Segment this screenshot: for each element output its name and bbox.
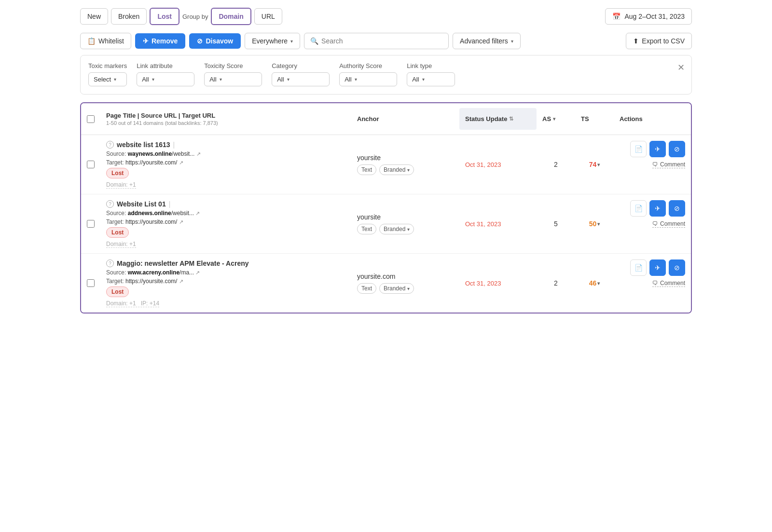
target-url-link-3[interactable]: https://yoursite.com/ <box>125 278 177 285</box>
remove-label: Remove <box>152 37 178 45</box>
source-url-link-3[interactable]: www.acreny.online/ma... <box>128 269 194 276</box>
page-action-button-1[interactable]: 📄 <box>630 141 647 157</box>
ts-cell-2: 50 ▾ <box>575 194 614 253</box>
anchor-cell-2: yoursite Text Branded ▾ <box>351 194 459 253</box>
remove-button[interactable]: ✈ Remove <box>135 33 185 49</box>
target-url-row-2: Target: https://yoursite.com/ ↗ <box>106 218 345 225</box>
external-link-icon-5[interactable]: ↗ <box>195 270 200 275</box>
page-title-1: website list 1613 <box>117 141 170 149</box>
search-box[interactable]: 🔍 <box>304 33 449 49</box>
chevron-down-icon-ts-2: ▾ <box>597 221 600 227</box>
comment-label-1: Comment <box>660 161 685 168</box>
category-label: Category <box>272 62 330 69</box>
action-buttons-row-1: 📄 ✈ ⊘ <box>630 141 685 157</box>
branded-tag-1[interactable]: Branded ▾ <box>379 164 414 175</box>
new-button[interactable]: New <box>80 8 108 25</box>
lost-button[interactable]: Lost <box>150 8 179 25</box>
disavow-action-button-2[interactable]: ⊘ <box>669 200 685 217</box>
header-ts-col: TS <box>575 108 614 130</box>
help-icon-2[interactable]: ? <box>106 200 114 208</box>
select-all-checkbox[interactable] <box>87 115 95 123</box>
close-filter-button[interactable]: ✕ <box>677 62 685 73</box>
external-link-icon-4[interactable]: ↗ <box>179 219 183 225</box>
search-input[interactable] <box>321 37 442 45</box>
broken-button[interactable]: Broken <box>111 8 147 25</box>
row-checkbox-cell-2[interactable] <box>81 194 100 253</box>
filter-panel: Toxic markers Select ▾ Link attribute Al… <box>80 55 692 95</box>
action-buttons-row-3: 📄 ✈ ⊘ <box>630 259 685 276</box>
disavow-button[interactable]: ⊘ Disavow <box>189 33 241 49</box>
row-checkbox-cell-1[interactable] <box>81 135 100 194</box>
help-icon-3[interactable]: ? <box>106 259 114 267</box>
table-row: ? Website List 01 | Source: addnews.onli… <box>81 194 691 254</box>
chevron-down-icon-5: ▾ <box>220 77 222 82</box>
whitelist-button[interactable]: 📋 Whitelist <box>80 33 131 49</box>
disavow-action-button-1[interactable]: ⊘ <box>669 141 685 157</box>
comment-button-1[interactable]: 🗨 Comment <box>652 161 685 168</box>
export-button[interactable]: ⬆ Export to CSV <box>626 33 692 49</box>
anchor-text-1: yoursite <box>357 154 454 162</box>
target-url-row-3: Target: https://yoursite.com/ ↗ <box>106 278 345 285</box>
actions-cell-2: 📄 ✈ ⊘ 🗨 Comment <box>614 194 691 253</box>
link-attribute-select[interactable]: All ▾ <box>137 72 194 86</box>
advanced-filters-button[interactable]: Advanced filters ▾ <box>453 33 521 49</box>
external-link-icon-3[interactable]: ↗ <box>195 210 200 216</box>
calendar-icon: 📅 <box>612 13 620 20</box>
send-action-button-3[interactable]: ✈ <box>649 259 666 276</box>
header-status-col[interactable]: Status Update ⇅ <box>459 108 537 130</box>
status-cell-3: Oct 31, 2023 <box>459 254 537 313</box>
everywhere-dropdown[interactable]: Everywhere ▾ <box>245 33 300 49</box>
page-action-button-3[interactable]: 📄 <box>630 259 647 276</box>
chevron-down-icon-7: ▾ <box>355 77 357 82</box>
source-url-link-2[interactable]: addnews.online/websit... <box>128 210 194 217</box>
whitelist-label: Whitelist <box>98 37 124 45</box>
source-url-link-1[interactable]: waynews.online/websit... <box>128 150 195 157</box>
url-button[interactable]: URL <box>254 8 282 25</box>
date-range-button[interactable]: 📅 Aug 2–Oct 31, 2023 <box>605 8 692 25</box>
row-checkbox-1[interactable] <box>87 161 95 168</box>
chevron-down-icon-4: ▾ <box>152 77 154 82</box>
link-attribute-label: Link attribute <box>137 62 194 69</box>
authority-score-label: Authority Score <box>339 62 397 69</box>
page-title-2: Website List 01 <box>117 200 166 208</box>
domain-button[interactable]: Domain <box>211 8 251 25</box>
row-checkbox-2[interactable] <box>87 220 95 228</box>
link-type-select[interactable]: All ▾ <box>407 72 455 86</box>
disavow-action-button-3[interactable]: ⊘ <box>669 259 685 276</box>
target-url-link-1[interactable]: https://yoursite.com/ <box>125 159 177 166</box>
comment-button-2[interactable]: 🗨 Comment <box>652 220 685 228</box>
branded-tag-3[interactable]: Branded ▾ <box>379 283 414 294</box>
external-link-icon-1[interactable]: ↗ <box>196 151 201 157</box>
authority-score-select[interactable]: All ▾ <box>339 72 397 86</box>
external-link-icon-6[interactable]: ↗ <box>179 278 183 284</box>
header-checkbox-cell[interactable] <box>81 108 100 130</box>
send-action-button-1[interactable]: ✈ <box>649 141 666 157</box>
header-anchor-col: Anchor <box>351 108 459 130</box>
toxicity-score-select[interactable]: All ▾ <box>204 72 262 86</box>
row-checkbox-3[interactable] <box>87 279 95 287</box>
sort-icon: ⇅ <box>509 116 513 122</box>
comment-label-2: Comment <box>660 220 685 227</box>
as-cell-2: 5 <box>537 194 575 253</box>
toxicity-score-label: Toxicity Score <box>204 62 262 69</box>
chevron-down-icon-tag-1: ▾ <box>407 167 410 173</box>
comment-button-3[interactable]: 🗨 Comment <box>652 280 685 287</box>
help-icon-1[interactable]: ? <box>106 141 114 149</box>
everywhere-label: Everywhere <box>252 37 288 45</box>
row-checkbox-cell-3[interactable] <box>81 254 100 313</box>
comment-icon-2: 🗨 <box>652 220 658 227</box>
tag-row-2: Text Branded ▾ <box>357 224 454 234</box>
branded-tag-2[interactable]: Branded ▾ <box>379 224 414 234</box>
target-url-row-1: Target: https://yoursite.com/ ↗ <box>106 159 345 166</box>
external-link-icon-2[interactable]: ↗ <box>179 160 183 165</box>
anchor-text-2: yoursite <box>357 213 454 221</box>
table-row: ? website list 1613 | Source: waynews.on… <box>81 135 691 194</box>
text-tag-1: Text <box>357 164 376 175</box>
target-url-link-2[interactable]: https://yoursite.com/ <box>125 218 177 225</box>
header-as-col[interactable]: AS ▾ <box>537 108 575 130</box>
page-action-button-2[interactable]: 📄 <box>630 200 647 217</box>
category-select[interactable]: All ▾ <box>272 72 330 86</box>
toxic-markers-select[interactable]: Select ▾ <box>88 72 127 86</box>
send-action-button-2[interactable]: ✈ <box>649 200 666 217</box>
toxic-markers-filter: Toxic markers Select ▾ <box>88 62 127 86</box>
